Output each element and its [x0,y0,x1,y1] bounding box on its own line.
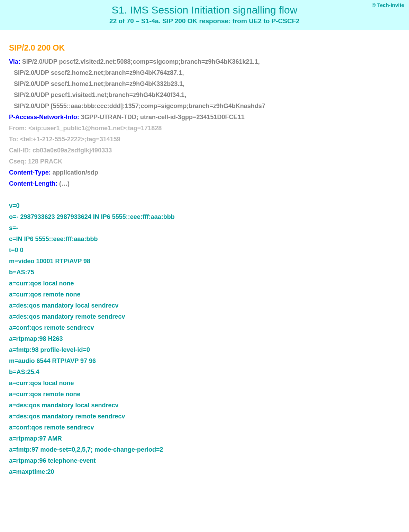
sip-header-callid: Call-ID: cb03a0s09a2sdfglkj490333 [9,145,400,156]
sdp-line: a=curr:qos remote none [9,289,400,300]
hdr-label: To: [9,136,18,143]
document-page: © Tech-invite S1. IMS Session Initiation… [0,0,409,532]
sdp-line: b=AS:75 [9,267,400,278]
hdr-value: <sip:user1_public1@home1.net>;tag=171828 [27,125,162,132]
sdp-line: a=maxptime:20 [9,466,400,477]
sip-header-content-type: Content-Type: application/sdp [9,167,400,178]
sdp-line: s=- [9,222,400,233]
hdr-label: Via: [9,58,20,65]
copyright-notice: © Tech-invite [372,2,404,8]
page-title: S1. IMS Session Initiation signalling fl… [7,4,402,16]
hdr-value: SIP/2.0/UDP [5555::aaa:bbb:ccc:ddd]:1357… [14,103,265,109]
hdr-value: SIP/2.0/UDP scscf2.home2.net;branch=z9hG… [14,69,184,76]
hdr-value: SIP/2.0/UDP pcscf1.visited1.net;branch=z… [14,91,186,98]
sdp-line: a=rtpmap:96 telephone-event [9,455,400,466]
sdp-line: a=conf:qos remote sendrecv [9,322,400,333]
sip-header-content-length: Content-Length: (…) [9,178,400,189]
blank-line [9,189,400,200]
sip-header-from: From: <sip:user1_public1@home1.net>;tag=… [9,123,400,134]
sip-header-via-cont: SIP/2.0/UDP scscf1.home1.net;branch=z9hG… [9,78,400,89]
sdp-line: a=fmtp:98 profile-level-id=0 [9,344,400,355]
sdp-line: m=audio 6544 RTP/AVP 97 96 [9,355,400,366]
hdr-value: 128 PRACK [26,158,62,165]
sdp-line: t=0 0 [9,245,400,256]
sip-header-via-cont: SIP/2.0/UDP scscf2.home2.net;branch=z9hG… [9,67,400,78]
sdp-line: v=0 [9,200,400,211]
sdp-line: a=curr:qos remote none [9,389,400,400]
sip-header-via-cont: SIP/2.0/UDP pcscf1.visited1.net;branch=z… [9,89,400,100]
sdp-line: a=conf:qos remote sendrecv [9,422,400,433]
sdp-line: a=rtpmap:97 AMR [9,433,400,444]
sdp-line: a=des:qos mandatory local sendrecv [9,300,400,311]
message-body: SIP/2.0 200 OK Via: SIP/2.0/UDP pcscf2.v… [0,30,409,488]
sip-status-line: SIP/2.0 200 OK [9,42,400,53]
sdp-line: a=des:qos mandatory remote sendrecv [9,411,400,422]
hdr-label: Call-ID: [9,147,31,154]
sdp-line: m=video 10001 RTP/AVP 98 [9,256,400,267]
sdp-line: b=AS:25.4 [9,366,400,378]
hdr-label: From: [9,125,27,132]
hdr-label: Cseq: [9,158,26,165]
sip-header-via: Via: SIP/2.0/UDP pcscf2.visited2.net:508… [9,56,400,67]
sip-header-via-cont: SIP/2.0/UDP [5555::aaa:bbb:ccc:ddd]:1357… [9,100,400,112]
hdr-label: Content-Type: [9,169,51,176]
hdr-value: (…) [57,180,70,187]
hdr-label: Content-Length: [9,180,57,187]
sdp-line: a=des:qos mandatory local sendrecv [9,400,400,411]
hdr-value: <tel:+1-212-555-2222>;tag=314159 [18,136,120,143]
sdp-line: o=- 2987933623 2987933624 IN IP6 5555::e… [9,211,400,222]
sdp-line: a=rtpmap:98 H263 [9,333,400,344]
sdp-line: a=des:qos mandatory remote sendrecv [9,311,400,322]
page-header: © Tech-invite S1. IMS Session Initiation… [0,0,409,30]
hdr-value: application/sdp [51,169,98,176]
hdr-value: SIP/2.0/UDP scscf1.home1.net;branch=z9hG… [14,80,184,87]
page-subtitle: 22 of 70 – S1-4a. SIP 200 OK response: f… [7,17,402,25]
sdp-line: c=IN IP6 5555::eee:fff:aaa:bbb [9,233,400,245]
sdp-line: a=curr:qos local none [9,278,400,289]
hdr-value: SIP/2.0/UDP pcscf2.visited2.net:5088;com… [20,58,260,65]
sip-header-to: To: <tel:+1-212-555-2222>;tag=314159 [9,134,400,145]
hdr-label: P-Access-Network-Info: [9,114,79,121]
hdr-value: 3GPP-UTRAN-TDD; utran-cell-id-3gpp=23415… [79,114,245,121]
sip-header-cseq: Cseq: 128 PRACK [9,156,400,167]
sip-header-pani: P-Access-Network-Info: 3GPP-UTRAN-TDD; u… [9,112,400,123]
hdr-value: cb03a0s09a2sdfglkj490333 [31,147,112,154]
sdp-line: a=curr:qos local none [9,378,400,389]
sdp-line: a=fmtp:97 mode-set=0,2,5,7; mode-change-… [9,444,400,455]
